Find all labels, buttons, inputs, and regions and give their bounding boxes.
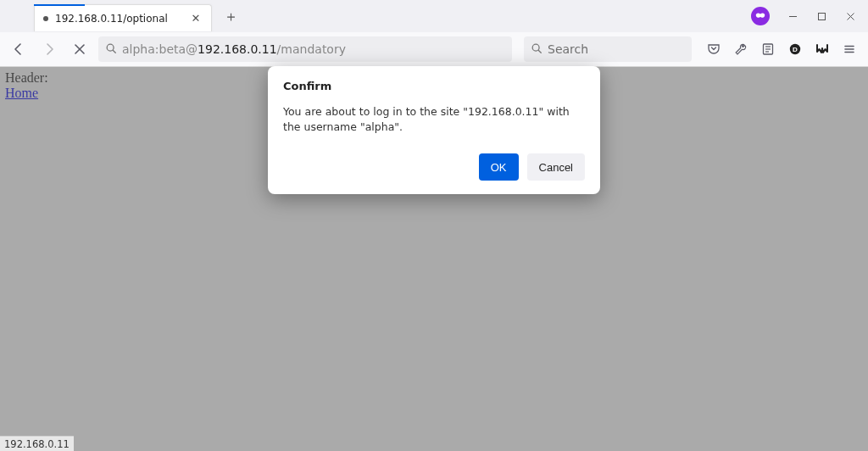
cancel-button[interactable]: Cancel — [527, 153, 585, 181]
search-placeholder: Search — [548, 42, 588, 56]
back-button[interactable] — [5, 36, 32, 63]
dialog-title: Confirm — [283, 80, 585, 92]
address-bar-text: alpha:beta@192.168.0.11/mandatory — [122, 42, 346, 56]
search-icon — [531, 42, 542, 57]
search-icon — [105, 42, 117, 57]
favicon-placeholder — [43, 16, 48, 21]
svg-rect-1 — [818, 13, 825, 19]
pocket-icon[interactable] — [700, 36, 727, 63]
toolbar-right-icons: D — [700, 36, 863, 63]
private-browsing-icon — [751, 7, 770, 25]
extension-d-icon[interactable]: D — [782, 36, 809, 63]
devtools-icon[interactable] — [727, 36, 754, 63]
stop-button[interactable] — [66, 36, 93, 63]
svg-line-7 — [113, 50, 115, 53]
navigation-toolbar: alpha:beta@192.168.0.11/mandatory Search… — [0, 32, 868, 67]
svg-line-9 — [538, 50, 541, 53]
dialog-message: You are about to log in to the site "192… — [283, 104, 585, 135]
close-tab-button[interactable]: ✕ — [189, 12, 203, 25]
tab-loading-indicator — [34, 4, 85, 6]
browser-tab[interactable]: 192.168.0.11/optional ✕ — [34, 4, 212, 31]
window-close-button[interactable] — [836, 3, 865, 29]
dialog-actions: OK Cancel — [283, 153, 585, 181]
search-bar[interactable]: Search — [524, 36, 692, 62]
status-bar: 192.168.0.11 — [0, 436, 74, 451]
extension-w-icon[interactable] — [809, 36, 836, 63]
tab-strip: 192.168.0.11/optional ✕ ＋ — [0, 0, 868, 32]
window-controls — [751, 0, 865, 32]
tab-title: 192.168.0.11/optional — [55, 13, 182, 25]
url-host: 192.168.0.11 — [198, 42, 277, 56]
svg-text:D: D — [793, 46, 798, 53]
reader-icon[interactable] — [754, 36, 782, 63]
new-tab-button[interactable]: ＋ — [219, 4, 242, 28]
forward-button[interactable] — [36, 36, 63, 63]
ok-button[interactable]: OK — [479, 153, 519, 181]
app-menu-button[interactable] — [836, 36, 863, 63]
status-text: 192.168.0.11 — [4, 438, 70, 450]
window-minimize-button[interactable] — [778, 3, 807, 29]
url-path: /mandatory — [277, 42, 346, 56]
auth-confirm-dialog: Confirm You are about to log in to the s… — [268, 66, 600, 194]
url-prefix: alpha:beta@ — [122, 42, 198, 56]
address-bar[interactable]: alpha:beta@192.168.0.11/mandatory — [98, 36, 512, 62]
window-maximize-button[interactable] — [807, 3, 836, 29]
